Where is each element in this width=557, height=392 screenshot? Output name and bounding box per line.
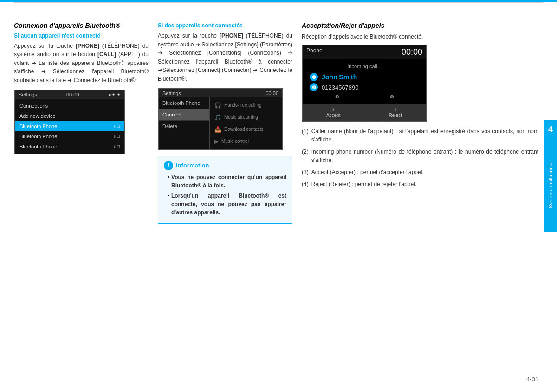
accept-button[interactable]: 1 Accept — [303, 104, 365, 121]
caller-name-row: ❶ John Smith — [310, 73, 419, 81]
screen2-right-music-ctrl: ▶ Music control — [210, 135, 282, 148]
screen1-header-label: Settings — [19, 92, 37, 97]
screen2-right-music: 🎵 Music streaming — [210, 111, 282, 123]
caller-name: John Smith — [322, 73, 357, 81]
handsfree-icon: 🎧 — [214, 102, 221, 109]
handsfree-label: Hands-free calling — [224, 103, 262, 108]
left-section-title: Connexion d'appareils Bluetooth® — [14, 21, 149, 31]
caller-phone-row: ❷ 01234567890 — [310, 83, 419, 91]
side-tab-number: 4 — [544, 120, 557, 139]
music-label: Music streaming — [224, 115, 258, 120]
screen2-left-delete[interactable]: Delete — [159, 121, 209, 132]
contacts-icon: 📥 — [214, 126, 221, 133]
accept-label: Accept — [326, 113, 341, 118]
music-ctrl-label: Music control — [221, 139, 249, 144]
right-intro-text: Réception d'appels avec le Bluetooth® co… — [302, 32, 538, 41]
bullet-dot-1: • — [168, 174, 169, 190]
caller-phone: 01234567890 — [322, 84, 359, 91]
screen1-item-bt-phone-1[interactable]: Bluetooth Phone ♪ □ — [15, 121, 124, 131]
screen1-body: Connections Add new device Bluetooth Pho… — [15, 99, 124, 154]
numbered-item-2: (2) Incoming phone number (Numéro de tél… — [302, 148, 538, 164]
info-title-text: Information — [176, 162, 209, 169]
tab-number: 4 — [548, 125, 553, 135]
item-2-text: Incoming phone number (Numéro de télépho… — [311, 148, 538, 164]
screen2-right-handsfree: 🎧 Hands-free calling — [210, 99, 282, 111]
mid-column: Si des appareils sont connectés Appuyez … — [158, 21, 302, 379]
right-section-title: Acceptation/Rejet d'appels — [302, 21, 538, 31]
screen2-right-panel: 🎧 Hands-free calling 🎵 Music streaming 📥… — [210, 97, 282, 149]
reject-button[interactable]: 2 Reject — [365, 104, 427, 121]
screen1-item-connections[interactable]: Connections — [15, 101, 124, 111]
phone-action-buttons: 1 Accept 2 Reject — [303, 104, 426, 121]
bullet-dot-2: • — [168, 193, 169, 217]
item-4-num: (4) — [302, 180, 309, 188]
music-icon: 🎵 — [214, 114, 221, 121]
screen1-header: Settings 00:00 ■ ✦ ✦ — [15, 90, 124, 99]
screen1-icons: ■ ✦ ✦ — [109, 92, 121, 97]
screen2-header-label: Settings — [162, 90, 181, 96]
phone-screen-header: Phone 00:00 — [303, 45, 426, 59]
accept-num: 1 — [332, 107, 335, 112]
screen2-header: Settings 00:00 — [159, 89, 282, 97]
settings-screen-2: Settings 00:00 Bluetooth Phone Connect D… — [158, 88, 283, 150]
screen2-left-bt-phone[interactable]: Bluetooth Phone — [159, 97, 209, 109]
reject-num: 2 — [394, 107, 396, 112]
screen1-header-time: 00:00 — [66, 92, 79, 97]
numbered-items-container: (1) Caller name (Nom de l'appelant) : si… — [302, 127, 538, 188]
left-body-text: Appuyez sur la touche [PHONE] (TÉLÉPHONE… — [14, 42, 149, 85]
numbered-item-1: (1) Caller name (Nom de l'appelant) : si… — [302, 127, 538, 144]
caller-circle-2: ❷ — [310, 83, 318, 91]
page-number: 4-31 — [526, 376, 538, 383]
screen2-right-contacts: 📥 Download contacts — [210, 123, 282, 135]
circle-4-label: ❹ — [390, 94, 394, 99]
phone-body: Incoming call... ❶ John Smith ❷ 01234567… — [303, 59, 426, 104]
info-text-2: Lorsqu'un appareil Bluetooth® est connec… — [171, 192, 286, 217]
info-title-row: i Information — [164, 161, 286, 170]
numbered-item-4: (4) Reject (Rejeter) : permet de rejeter… — [302, 180, 538, 188]
incoming-text: Incoming call... — [310, 64, 419, 69]
phone-screen: Phone 00:00 Incoming call... ❶ John Smit… — [302, 45, 427, 122]
item-3-text: Accept (Accepter) : permet d'accepter l'… — [311, 168, 424, 176]
mid-sub-heading: Si des appareils sont connectés — [158, 22, 292, 29]
item-4-text: Reject (Rejeter) : permet de rejeter l'a… — [311, 180, 416, 188]
side-tab-label: Système multimédia — [547, 162, 554, 208]
reject-label: Reject — [389, 113, 402, 118]
info-box: i Information • Vous ne pouvez connecter… — [158, 156, 292, 224]
screen2-left-connect[interactable]: Connect — [159, 109, 209, 121]
screen1-item-add-device[interactable]: Add new device — [15, 111, 124, 121]
left-column: Connexion d'appareils Bluetooth® Si aucu… — [14, 21, 158, 379]
settings-screen-1: Settings 00:00 ■ ✦ ✦ Connections Add new… — [14, 90, 125, 154]
info-icon: i — [164, 161, 173, 170]
music-ctrl-icon: ▶ — [214, 138, 219, 145]
screen1-item-bt-phone-2[interactable]: Bluetooth Phone ♪ □ — [15, 131, 124, 141]
contacts-label: Download contacts — [224, 127, 264, 132]
screen2-header-time: 00:00 — [266, 90, 278, 96]
phone-time: 00:00 — [402, 47, 422, 57]
item-1-num: (1) — [302, 127, 309, 144]
caller-circle-1: ❶ — [310, 73, 318, 81]
item-3-num: (3) — [302, 168, 309, 176]
screen2-body: Bluetooth Phone Connect Delete 🎧 Hands-f… — [159, 97, 282, 149]
right-column: Acceptation/Rejet d'appels Réception d'a… — [302, 21, 543, 379]
circle-3-label: ❸ — [335, 94, 339, 99]
screen1-item-bt-phone-3[interactable]: Bluetooth Phone ♪ □ — [15, 141, 124, 152]
numbered-item-3: (3) Accept (Accepter) : permet d'accepte… — [302, 168, 538, 176]
info-bullet-2: • Lorsqu'un appareil Bluetooth® est conn… — [168, 192, 286, 217]
item-1-text: Caller name (Nom de l'appelant) : si l'a… — [311, 127, 538, 144]
phone-label: Phone — [306, 47, 323, 57]
side-tab: Système multimédia — [544, 139, 557, 232]
info-bullet-1: • Vous ne pouvez connecter qu'un apparei… — [168, 173, 286, 190]
left-sub-heading: Si aucun appareil n'est connecté — [14, 32, 149, 39]
screen2-left-panel: Bluetooth Phone Connect Delete — [159, 97, 210, 149]
info-text-1: Vous ne pouvez connecter qu'un appareil … — [171, 173, 286, 190]
item-2-num: (2) — [302, 148, 309, 164]
mid-body-text: Appuyez sur la touche [PHONE] (TÉLÉPHONE… — [158, 32, 292, 84]
